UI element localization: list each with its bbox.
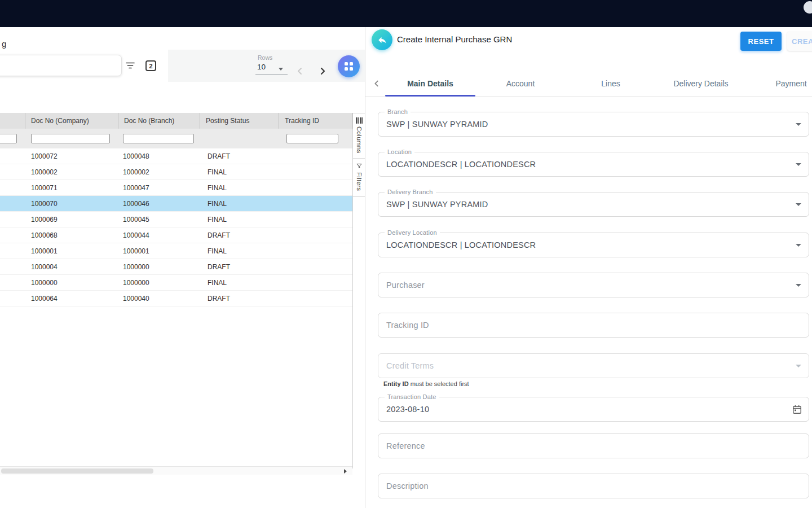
table-row[interactable]: 1000000 1000000 FINAL	[0, 275, 352, 291]
filter-input-doc-no-branch[interactable]	[123, 134, 194, 143]
cell-posting-status: FINAL	[208, 196, 227, 212]
table-body: 1000072 1000048 DRAFT 1000002 1000002 FI…	[0, 148, 352, 306]
cell-posting-status: FINAL	[208, 212, 227, 227]
delivery-location-select[interactable]: Delivery Location LOCATIONDESCR | LOCATI…	[378, 233, 809, 257]
table-row[interactable]: 1000002 1000002 FINAL	[0, 164, 352, 180]
search-input[interactable]	[0, 55, 122, 76]
columns-panel-button[interactable]: Columns	[353, 113, 365, 159]
cell-posting-status: FINAL	[208, 243, 227, 259]
credit-terms-helper: Entity ID must be selected first	[383, 380, 469, 387]
transaction-date-field[interactable]: Transaction Date 2023-08-10	[378, 397, 809, 422]
calendar-icon[interactable]	[792, 404, 802, 415]
cell-doc-no-branch: 1000047	[123, 180, 149, 196]
grid-side-buttons: Columns Filters	[352, 113, 365, 468]
main-details-form: Branch SWP | SUNWAY PYRAMID Location LOC…	[378, 27, 810, 508]
cell-doc-no-branch: 1000000	[123, 259, 149, 275]
grid-view-button[interactable]	[338, 55, 360, 77]
columns-icon	[356, 117, 363, 124]
tracking-id-input[interactable]: Tracking ID	[378, 313, 809, 338]
cell-doc-no-company: 1000001	[31, 243, 58, 259]
tracking-id-placeholder: Tracking ID	[386, 313, 789, 337]
columns-panel-label: Columns	[356, 126, 363, 153]
purchaser-select[interactable]: Purchaser	[378, 273, 809, 297]
chevron-down-icon	[796, 284, 801, 287]
next-page-button[interactable]	[317, 66, 328, 76]
filter-list-icon[interactable]	[125, 60, 135, 71]
filter-input-doc-no-company[interactable]	[31, 134, 110, 143]
branch-select[interactable]: Branch SWP | SUNWAY PYRAMID	[378, 112, 809, 137]
table-row[interactable]: 1000069 1000045 FINAL	[0, 212, 352, 227]
col-header-doc-no-company[interactable]: Doc No (Company)	[25, 113, 118, 129]
reference-input[interactable]: Reference	[378, 433, 809, 458]
cell-doc-no-branch: 1000045	[123, 212, 149, 227]
filters-panel-label: Filters	[356, 172, 363, 191]
cell-posting-status: DRAFT	[208, 148, 230, 164]
chevron-down-icon	[796, 203, 801, 206]
delivery-branch-value: SWP | SUNWAY PYRAMID	[386, 192, 789, 216]
funnel-icon	[356, 163, 363, 169]
table-filter-row	[0, 129, 352, 148]
chevron-down-icon	[796, 365, 801, 367]
table-row[interactable]: 1000070 1000046 FINAL	[0, 196, 352, 212]
listing-panel: g 2 Rows 10 Doc No (Company) Doc No (Bra…	[0, 27, 365, 508]
purchaser-placeholder: Purchaser	[386, 273, 789, 297]
grid-icon	[345, 62, 353, 71]
cell-doc-no-branch: 1000000	[123, 275, 149, 291]
cell-doc-no-branch: 1000046	[123, 196, 149, 212]
cell-doc-no-company: 1000068	[31, 227, 58, 243]
chevron-down-icon	[279, 68, 283, 71]
previous-page-button[interactable]	[295, 66, 305, 76]
rows-select-underline	[255, 74, 288, 75]
table-header: Doc No (Company) Doc No (Branch) Posting…	[0, 113, 352, 129]
description-input[interactable]: Description	[378, 474, 809, 498]
transaction-date-value: 2023-08-10	[386, 397, 789, 421]
table-row[interactable]: 1000004 1000000 DRAFT	[0, 259, 352, 275]
cell-doc-no-branch: 1000040	[123, 291, 149, 306]
delivery-location-value: LOCATIONDESCR | LOCATIONDESCR	[386, 233, 789, 257]
cell-posting-status: DRAFT	[208, 259, 230, 275]
col-header-0[interactable]	[0, 113, 25, 129]
col-header-tracking-id[interactable]: Tracking ID	[279, 113, 352, 129]
table-row[interactable]: 1000064 1000040 DRAFT	[0, 291, 352, 306]
col-header-posting-status[interactable]: Posting Status	[200, 113, 279, 129]
rows-per-page-select[interactable]: 10	[257, 63, 266, 71]
description-placeholder: Description	[386, 474, 789, 498]
table-row[interactable]: 1000068 1000044 DRAFT	[0, 227, 352, 243]
cell-doc-no-company: 1000070	[31, 196, 58, 212]
cell-posting-status: FINAL	[208, 180, 227, 196]
scrollbar-thumb[interactable]	[1, 468, 153, 474]
page-title-fragment: g	[2, 39, 6, 49]
panel-toggle-icon[interactable]: 2	[145, 60, 156, 71]
reference-placeholder: Reference	[386, 434, 789, 458]
cell-doc-no-company: 1000072	[31, 148, 58, 164]
cell-doc-no-branch: 1000002	[123, 164, 149, 180]
filter-input-tracking-id[interactable]	[286, 134, 338, 143]
horizontal-scrollbar[interactable]	[0, 466, 352, 475]
cell-posting-status: FINAL	[208, 275, 227, 291]
cell-posting-status: DRAFT	[208, 291, 230, 306]
table-row[interactable]: 1000071 1000047 FINAL	[0, 180, 352, 196]
table-row[interactable]: 1000001 1000001 FINAL	[0, 243, 352, 259]
chevron-down-icon	[796, 244, 801, 247]
cell-doc-no-branch: 1000001	[123, 243, 149, 259]
cell-doc-no-company: 1000064	[31, 291, 58, 306]
filter-input-col0[interactable]	[0, 134, 17, 143]
top-app-bar	[0, 0, 812, 27]
chevron-down-icon	[796, 123, 801, 126]
table-row[interactable]: 1000072 1000048 DRAFT	[0, 148, 352, 164]
col-header-doc-no-branch[interactable]: Doc No (Branch)	[118, 113, 200, 129]
create-grn-panel: Create Internal Purchase GRN RESET CREAT…	[365, 27, 812, 508]
credit-terms-placeholder: Credit Terms	[386, 354, 789, 378]
scroll-right-arrow-icon[interactable]	[344, 469, 347, 474]
location-select[interactable]: Location LOCATIONDESCR | LOCATIONDESCR	[378, 152, 809, 177]
cell-doc-no-company: 1000000	[31, 275, 58, 291]
delivery-branch-select[interactable]: Delivery Branch SWP | SUNWAY PYRAMID	[378, 192, 809, 217]
branch-value: SWP | SUNWAY PYRAMID	[386, 112, 789, 136]
filters-panel-button[interactable]: Filters	[353, 159, 365, 196]
cell-doc-no-branch: 1000048	[123, 148, 149, 164]
cell-doc-no-company: 1000002	[31, 164, 58, 180]
avatar[interactable]	[804, 1, 812, 14]
cell-posting-status: DRAFT	[208, 227, 230, 243]
cell-doc-no-branch: 1000044	[123, 227, 149, 243]
cell-doc-no-company: 1000071	[31, 180, 58, 196]
